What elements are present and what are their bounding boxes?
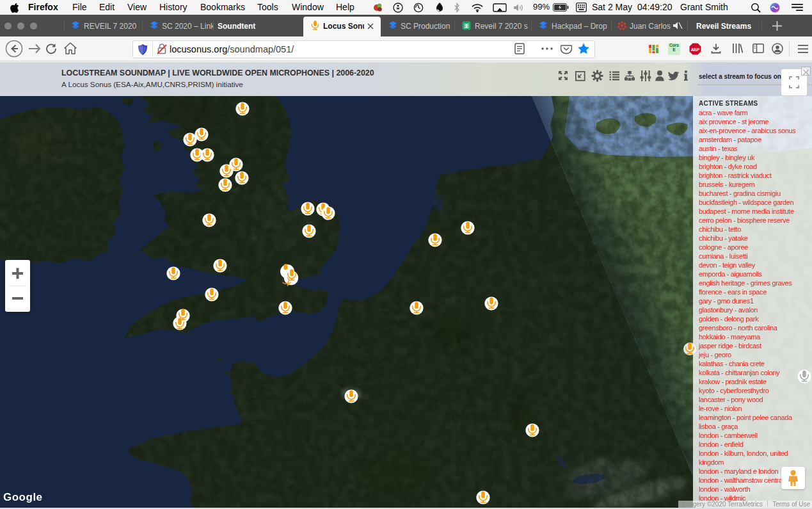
svg-text:ABP: ABP — [691, 47, 700, 52]
